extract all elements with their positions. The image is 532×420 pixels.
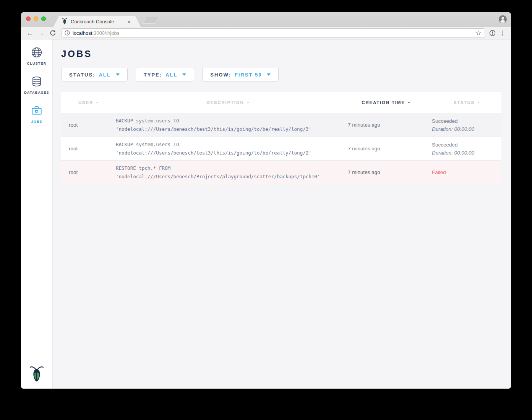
sidebar-item-label: JOBS bbox=[31, 120, 42, 124]
bookmark-star-icon[interactable] bbox=[475, 30, 482, 36]
filter-value: FIRST 50 bbox=[235, 72, 262, 78]
description-cell: RESTORE tpch.* FROM 'nodelocal:///Users/… bbox=[108, 161, 340, 184]
status-duration: Duration: 00:00:00 bbox=[432, 149, 501, 157]
new-tab-button[interactable] bbox=[142, 17, 159, 24]
back-icon[interactable]: ← bbox=[26, 30, 34, 36]
tab-close-icon[interactable]: × bbox=[127, 19, 131, 24]
url-host: localhost bbox=[73, 30, 92, 36]
sidebar-item-cluster[interactable]: CLUSTER bbox=[21, 46, 52, 65]
browser-menu-icon[interactable]: ⋮ bbox=[498, 29, 506, 36]
database-icon bbox=[31, 75, 43, 88]
job-command: BACKUP system.users TO bbox=[116, 140, 340, 149]
chevron-down-icon bbox=[267, 73, 271, 76]
user-cell: root bbox=[61, 137, 108, 160]
cockroach-logo bbox=[30, 365, 44, 383]
description-cell: BACKUP system.users TO 'nodelocal:///Use… bbox=[108, 137, 340, 160]
status-cell: Succeeded Duration: 00:00:00 bbox=[424, 113, 501, 137]
job-command: RESTORE tpch.* FROM bbox=[116, 164, 340, 173]
reload-icon[interactable] bbox=[49, 29, 56, 36]
sort-caret-icon bbox=[408, 102, 410, 103]
url-path: :3000/#/jobs bbox=[92, 30, 119, 36]
column-header-label: DESCRIPTION bbox=[206, 100, 244, 105]
column-header-status[interactable]: STATUS bbox=[424, 92, 501, 113]
table-header-row: USER DESCRIPTION CREATION TIME STATUS bbox=[61, 92, 501, 113]
filter-label: STATUS: bbox=[69, 72, 95, 78]
job-path: 'nodelocal:///Users/benesch/test3/this/i… bbox=[116, 149, 340, 157]
table-row[interactable]: root RESTORE tpch.* FROM 'nodelocal:///U… bbox=[61, 161, 501, 184]
chevron-down-icon bbox=[116, 73, 120, 76]
cockroach-favicon bbox=[62, 18, 67, 25]
filter-bar: STATUS: ALL TYPE: ALL SHOW: FIRST 50 bbox=[61, 68, 502, 81]
chevron-down-icon bbox=[182, 73, 186, 76]
status-text: Succeeded bbox=[432, 141, 501, 149]
browser-window: Cockroach Console × ← → localhost:3000/#… bbox=[21, 12, 511, 389]
tab-title: Cockroach Console bbox=[71, 19, 127, 24]
browser-toolbar: ← → localhost:3000/#/jobs ⋮ bbox=[21, 27, 511, 39]
type-filter-dropdown[interactable]: TYPE: ALL bbox=[136, 68, 195, 81]
column-header-label: CREATION TIME bbox=[362, 100, 405, 105]
column-header-creation-time[interactable]: CREATION TIME bbox=[340, 92, 424, 113]
forward-icon: → bbox=[37, 30, 46, 36]
user-cell: root bbox=[61, 161, 108, 184]
description-cell: BACKUP system.users TO 'nodelocal:///Use… bbox=[108, 113, 340, 137]
column-header-label: STATUS bbox=[454, 100, 475, 105]
jobs-table: USER DESCRIPTION CREATION TIME STATUS bbox=[61, 92, 501, 184]
job-path: 'nodelocal:///Users/benesch/test3/this/i… bbox=[116, 125, 340, 133]
creation-time-cell: 7 minutes ago bbox=[340, 161, 424, 184]
browser-tab[interactable]: Cockroach Console × bbox=[54, 16, 141, 27]
fullscreen-window-button[interactable] bbox=[41, 16, 46, 21]
status-duration: Duration: 00:00:00 bbox=[432, 125, 501, 133]
table-row[interactable]: root BACKUP system.users TO 'nodelocal:/… bbox=[61, 137, 501, 161]
status-cell: Failed bbox=[424, 161, 501, 184]
cockroach-console-app: CLUSTER DATABASES bbox=[21, 39, 511, 389]
user-cell: root bbox=[61, 113, 108, 137]
briefcase-icon bbox=[31, 104, 43, 117]
job-path: 'nodelocal:///Users/benesch/Projects/pla… bbox=[116, 173, 340, 181]
sidebar-item-label: CLUSTER bbox=[27, 62, 47, 65]
close-window-button[interactable] bbox=[26, 16, 31, 21]
column-header-user[interactable]: USER bbox=[61, 92, 108, 113]
window-controls bbox=[26, 16, 46, 21]
sidebar-item-jobs[interactable]: JOBS bbox=[21, 104, 52, 124]
minimize-window-button[interactable] bbox=[34, 16, 38, 21]
globe-icon bbox=[31, 46, 43, 59]
status-text: Succeeded bbox=[432, 117, 501, 125]
status-text: Failed bbox=[432, 169, 501, 175]
column-header-label: USER bbox=[78, 100, 93, 105]
page-info-icon[interactable] bbox=[65, 30, 70, 36]
profile-avatar-icon[interactable] bbox=[499, 15, 507, 23]
sort-caret-icon bbox=[247, 102, 249, 103]
show-filter-dropdown[interactable]: SHOW: FIRST 50 bbox=[202, 68, 279, 81]
browser-titlebar: Cockroach Console × bbox=[21, 12, 511, 27]
filter-value: ALL bbox=[165, 72, 177, 78]
filter-value: ALL bbox=[99, 72, 110, 78]
status-cell: Succeeded Duration: 00:00:00 bbox=[424, 137, 501, 160]
creation-time-cell: 7 minutes ago bbox=[340, 113, 424, 137]
url-bar[interactable]: localhost:3000/#/jobs bbox=[61, 28, 485, 37]
status-filter-dropdown[interactable]: STATUS: ALL bbox=[61, 68, 128, 81]
sort-caret-icon bbox=[477, 102, 480, 103]
extension-badge-icon[interactable] bbox=[489, 30, 496, 36]
sidebar: CLUSTER DATABASES bbox=[21, 39, 53, 389]
filter-label: TYPE: bbox=[144, 72, 162, 78]
filter-label: SHOW: bbox=[210, 72, 231, 78]
creation-time-cell: 7 minutes ago bbox=[340, 137, 424, 160]
page-title: JOBS bbox=[61, 49, 502, 59]
column-header-description[interactable]: DESCRIPTION bbox=[108, 92, 340, 113]
jobs-page: JOBS STATUS: ALL TYPE: ALL SHOW: FIRST 5… bbox=[53, 39, 511, 389]
table-row[interactable]: root BACKUP system.users TO 'nodelocal:/… bbox=[61, 113, 501, 137]
sort-caret-icon bbox=[96, 102, 98, 103]
sidebar-item-databases[interactable]: DATABASES bbox=[21, 75, 52, 94]
job-command: BACKUP system.users TO bbox=[116, 117, 340, 125]
sidebar-item-label: DATABASES bbox=[24, 91, 49, 94]
